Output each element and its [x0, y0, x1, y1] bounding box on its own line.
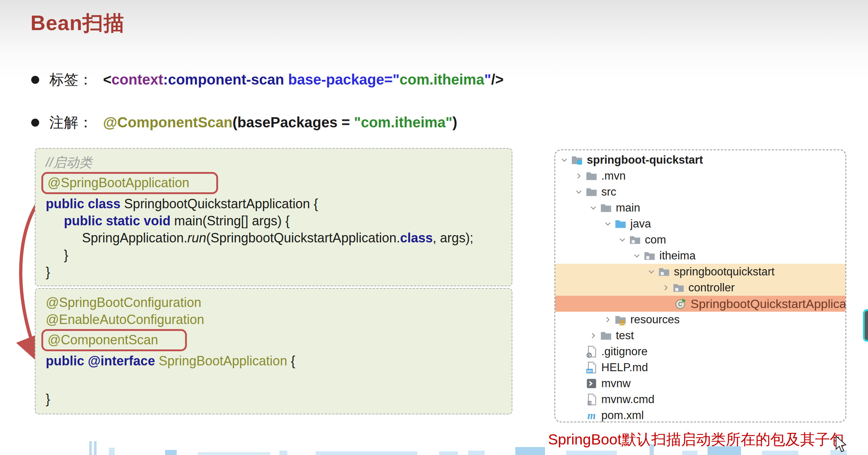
- tree-item-help-md: MDHELP.md: [555, 360, 846, 376]
- folder-icon: [585, 186, 598, 198]
- tree-expand-toggle: [602, 315, 614, 325]
- tree-item-itheima: itheima: [555, 248, 846, 264]
- tree-item-mvn: .mvn: [555, 168, 846, 184]
- tree-item-icon: [585, 169, 598, 183]
- chevron-right-icon: [589, 331, 598, 340]
- tree-expand-toggle: [631, 251, 643, 261]
- code-token: }: [46, 265, 50, 279]
- tree-item-label: src: [601, 185, 616, 198]
- code-token: }: [46, 392, 50, 406]
- tree-chevron-spacer: [573, 394, 585, 405]
- bullet-tag-label: 标签：: [49, 70, 93, 90]
- java-sources-folder-icon: [614, 218, 627, 230]
- tree-item-label: com: [645, 233, 666, 246]
- svg-text:C: C: [678, 301, 682, 307]
- code-token: public class: [46, 196, 124, 211]
- svg-text:m: m: [587, 409, 595, 421]
- code-token: run: [187, 230, 206, 245]
- code-line: public class SpringbootQuickstartApplica…: [46, 195, 501, 212]
- code-token: com.itheima: [400, 71, 484, 87]
- code-block-springbootapplication-meta: @SpringBootConfiguration@EnableAutoConfi…: [35, 288, 512, 414]
- tree-item-label: springbootquickstart: [674, 265, 774, 278]
- code-token: {: [291, 353, 295, 368]
- project-tree-panel: springboot-quickstart.mvnsrcmainjavacomi…: [554, 149, 846, 422]
- code-line: @EnableAutoConfiguration: [46, 311, 501, 328]
- bullet-annotation-line: 注解： @ComponentScan(basePackages = "com.i…: [31, 112, 457, 132]
- folder-icon: [600, 202, 612, 214]
- decoration-shape: [762, 451, 798, 455]
- decoration-shape: [89, 441, 92, 455]
- tree-item-springboot-quickstart: springboot-quickstart: [555, 152, 846, 168]
- tree-item-src: src: [555, 184, 846, 200]
- tree-item-icon: [658, 265, 671, 278]
- decoration-shape: [165, 450, 177, 455]
- tree-item-label: mvnw: [601, 377, 631, 390]
- tree-item-icon: [585, 345, 598, 358]
- code-token: main(String[] args) {: [174, 213, 290, 228]
- text-file-icon: [585, 393, 598, 406]
- tree-item-icon: [629, 233, 642, 246]
- code-token: =": [384, 71, 400, 87]
- folder-icon: [600, 329, 612, 342]
- tree-item-mvnw-cmd: mvnw.cmd: [555, 392, 846, 407]
- tree-item-label: springboot-quickstart: [587, 153, 703, 167]
- tree-item-label: test: [616, 329, 634, 342]
- chevron-down-icon: [632, 251, 642, 261]
- package-folder-icon: [629, 234, 641, 246]
- resources-folder-icon: [614, 313, 627, 326]
- code-token: ": [484, 71, 491, 87]
- code-token: (SpringbootQuickstartApplication.: [206, 230, 400, 245]
- chevron-right-icon: [574, 171, 584, 181]
- tree-item-icon: MD: [585, 361, 598, 374]
- code-line: @ComponentScan: [46, 328, 501, 352]
- code-line: public static void main(String[] args) {: [46, 212, 501, 229]
- tree-chevron-spacer: [573, 378, 585, 389]
- decoration-shape: [198, 452, 270, 455]
- tree-item-controller: controller: [555, 280, 846, 296]
- tree-item-label: itheima: [659, 249, 696, 262]
- decoration-shape: [109, 448, 115, 455]
- annotation-highlight-box: @ComponentScan: [41, 329, 187, 351]
- chevron-down-icon: [618, 235, 627, 245]
- tree-expand-toggle: [573, 171, 585, 181]
- mouse-cursor: [835, 435, 851, 454]
- code-token: }: [64, 247, 68, 262]
- project-folder-icon: [571, 154, 583, 166]
- tree-item-icon: [585, 377, 598, 390]
- code-token: SpringApplication.: [82, 230, 187, 245]
- decoration-shape: [316, 451, 417, 455]
- code-token: public @interface: [46, 353, 159, 368]
- code-token: (basePackages =: [233, 114, 354, 130]
- markdown-file-icon: MD: [585, 361, 598, 374]
- tree-item-icon: [614, 313, 627, 326]
- tree-item-icon: [570, 153, 584, 167]
- chevron-down-icon: [589, 203, 598, 213]
- code-token: context: [111, 71, 163, 87]
- code-block-bootstrap-class: //启动类@SpringBootApplicationpublic class …: [35, 148, 512, 286]
- decoration-shape: [279, 451, 287, 455]
- chevron-down-icon: [560, 155, 569, 165]
- tree-item-test: test: [555, 328, 846, 344]
- package-folder-icon: [672, 282, 685, 294]
- code-token: @SpringBootApplication: [48, 175, 189, 190]
- gitignore-file-icon: [585, 345, 598, 358]
- tree-expand-toggle: [558, 155, 570, 165]
- tree-expand-toggle: [660, 283, 672, 293]
- tree-item-icon: [643, 249, 656, 262]
- code-token: "com.itheima": [354, 114, 452, 130]
- tree-item-label: .gitignore: [601, 345, 648, 358]
- tree-item-label: pom.xml: [601, 409, 644, 422]
- code-line: }: [46, 246, 501, 263]
- code-token: @EnableAutoConfiguration: [46, 312, 204, 327]
- tree-item-label: HELP.md: [601, 361, 648, 374]
- decoration-shape: [566, 451, 617, 455]
- code-line: @SpringBootConfiguration: [46, 294, 501, 311]
- code-line: [46, 369, 501, 390]
- tree-item-label: SpringbootQuickstartApplication: [691, 297, 846, 311]
- chevron-down-icon: [647, 267, 656, 276]
- tree-item-label: controller: [688, 281, 735, 294]
- package-folder-icon: [643, 250, 656, 262]
- tree-expand-toggle: [587, 331, 599, 341]
- code-token: @SpringBootConfiguration: [46, 295, 201, 310]
- chevron-right-icon: [603, 315, 613, 324]
